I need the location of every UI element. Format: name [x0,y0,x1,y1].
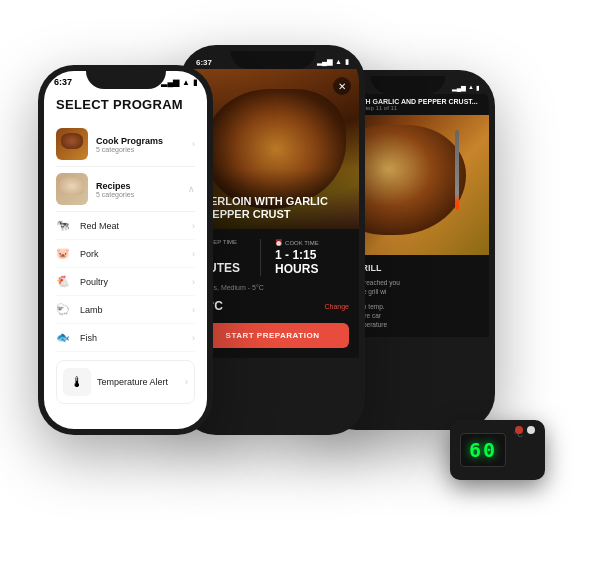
menu-item-fish[interactable]: 🐟 Fish › [56,324,195,352]
recipes-name: Recipes [96,181,188,191]
lamb-label: Lamb [80,305,192,315]
mid-cook-block: ⏰ COOK TIME 1 - 1:15 HOURS [275,239,349,276]
temp-alert-label: Temperature Alert [97,377,185,387]
select-title: SELECT PROGRAM [56,97,195,112]
start-preparation-button[interactable]: START PREPARATION [196,323,349,348]
phone-left-notch [86,71,166,89]
cook-programs-chevron: › [192,139,195,149]
poultry-label: Poultry [80,277,192,287]
phone-left: 6:37 ▂▄▆ ▲ ▮ SELECT PROGRAM Cook Program… [38,65,213,435]
right-signal-icon: ▂▄▆ [452,84,466,91]
mid-cook-value: 1 - 1:15 HOURS [275,248,349,276]
probe-slots [515,426,535,434]
mid-status-icons: ▂▄▆ ▲ ▮ [317,58,349,66]
poultry-chevron: › [192,277,195,287]
pork-label: Pork [80,249,192,259]
mid-divider [260,239,261,276]
red-meat-label: Red Meat [80,221,192,231]
cook-programs-row[interactable]: Cook Programs 5 categories › [56,122,195,167]
cook-programs-sub: 5 categories [96,146,192,153]
menu-item-lamb[interactable]: 🐑 Lamb › [56,296,195,324]
device-body: 60 °C [450,420,545,480]
phone-mid-notch [230,51,315,69]
temp-alert-row[interactable]: 🌡 Temperature Alert › [56,360,195,404]
phone-left-screen: 6:37 ▂▄▆ ▲ ▮ SELECT PROGRAM Cook Program… [44,71,207,429]
wifi-icon: ▲ [182,78,190,87]
menu-item-pork[interactable]: 🐷 Pork › [56,240,195,268]
mid-times: ⏱ PREP TIME ~15 INUTES ⏰ COOK TIME [196,239,349,276]
fish-icon: 🐟 [56,331,74,344]
fish-chevron: › [192,333,195,343]
menu-item-red-meat[interactable]: 🐄 Red Meat › [56,212,195,240]
recipes-info: Recipes 5 categories [96,181,188,198]
mid-close-button[interactable]: ✕ [333,77,351,95]
mid-serving: 3-4 lbs, Medium - 5°C [196,284,349,291]
recipes-sub: 5 categories [96,191,188,198]
cook-clock-icon: ⏰ [275,239,282,246]
red-meat-icon: 🐄 [56,219,74,232]
right-wifi-icon: ▲ [468,84,474,91]
red-meat-chevron: › [192,221,195,231]
menu-item-poultry[interactable]: 🐔 Poultry › [56,268,195,296]
status-icons: ▂▄▆ ▲ ▮ [161,78,197,87]
right-status-icons: ▂▄▆ ▲ ▮ [452,84,479,91]
fish-label: Fish [80,333,192,343]
mid-battery-icon: ▮ [345,58,349,66]
status-time: 6:37 [54,77,72,87]
mid-temp-row: 52°C Change [196,299,349,313]
scene: 6:37 ▂▄▆ ▲ ▮ SELECT PROGRAM Cook Program… [10,10,590,560]
probe-dot-red [515,426,523,434]
recipes-thumb [56,173,88,205]
cook-programs-thumb [56,128,88,160]
probe-dot-white [527,426,535,434]
temp-alert-chevron: › [185,377,188,387]
mid-wifi-icon: ▲ [335,58,342,66]
recipes-row[interactable]: Recipes 5 categories ∧ [56,167,195,212]
right-battery-icon: ▮ [476,84,479,91]
mid-change-btn[interactable]: Change [324,303,349,310]
battery-icon: ▮ [193,78,197,87]
phone-right-notch [370,76,445,94]
poultry-icon: 🐔 [56,275,74,288]
cook-programs-name: Cook Programs [96,136,192,146]
lamb-chevron: › [192,305,195,315]
mid-cook-label: ⏰ COOK TIME [275,239,349,246]
mid-status-time: 6:37 [196,58,212,67]
pork-icon: 🐷 [56,247,74,260]
pork-chevron: › [192,249,195,259]
close-icon: ✕ [338,81,346,92]
mid-signal-icon: ▂▄▆ [317,58,332,66]
mid-recipe-title: NDERLOIN WITH GARLIC D PEPPER CRUST [194,195,351,221]
device-display: 60 [460,433,506,467]
signal-icon: ▂▄▆ [161,78,179,87]
thermometer-probe [455,130,459,210]
recipes-chevron: ∧ [188,184,195,194]
app-content: SELECT PROGRAM Cook Programs 5 categorie… [44,97,207,404]
cook-programs-info: Cook Programs 5 categories [96,136,192,153]
lamb-icon: 🐑 [56,303,74,316]
thermometer-device: 60 °C [450,420,560,500]
temp-alert-icon: 🌡 [63,368,91,396]
